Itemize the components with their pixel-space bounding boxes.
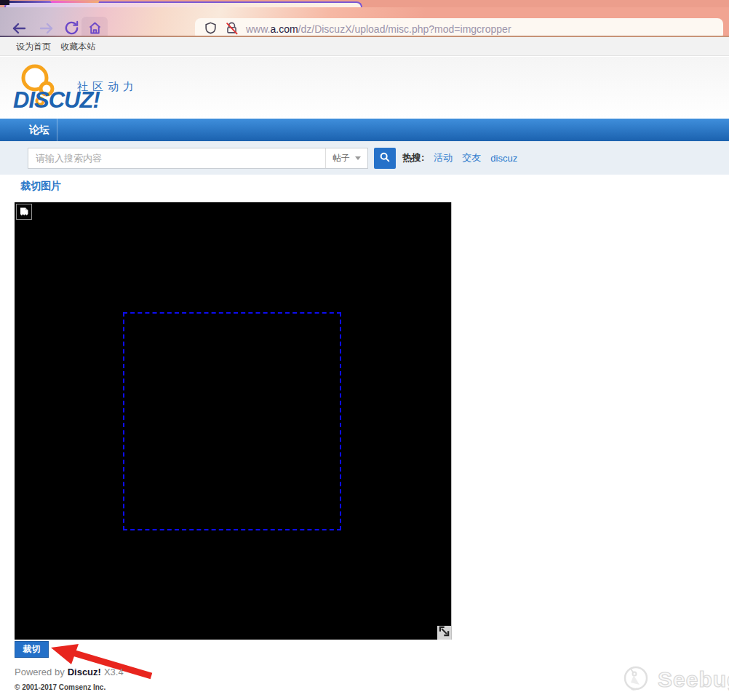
browser-tab-strip <box>0 0 729 7</box>
url-domain: a.com <box>270 23 298 35</box>
quicklinks-bar: 设为首页 收藏本站 <box>0 37 729 56</box>
search-scope-label: 帖子 <box>332 152 350 164</box>
search-button[interactable] <box>374 148 396 169</box>
hot-link-friends[interactable]: 交友 <box>462 151 481 164</box>
search-box: 帖子 <box>28 148 368 169</box>
image-crop-stage <box>15 202 452 640</box>
search-icon <box>379 151 391 165</box>
seebug-wordmark: Seebug <box>658 667 729 692</box>
resize-handle[interactable] <box>437 626 451 640</box>
set-home-link[interactable]: 设为首页 <box>16 41 51 52</box>
hot-link-discuz[interactable]: discuz <box>490 153 517 164</box>
home-icon <box>87 20 103 38</box>
hot-search-label: 热搜: <box>402 151 424 164</box>
browser-window: www.a.com/dz/DiscuzX/upload/misc.php?mod… <box>0 0 729 700</box>
crop-button[interactable]: 裁切 <box>15 641 49 658</box>
seebug-watermark: Seebug <box>620 661 729 699</box>
copyright-line: © 2001-2017 Comsenz Inc. <box>15 683 105 691</box>
tab-border-decor <box>9 1 51 3</box>
hot-search: 热搜: 活动 交友 discuz <box>402 141 517 175</box>
window-corner <box>0 0 9 5</box>
bookmark-site-link[interactable]: 收藏本站 <box>60 41 95 52</box>
page-title: 裁切图片 <box>20 180 61 193</box>
url-text: www.a.com/dz/DiscuzX/upload/misc.php?mod… <box>246 23 511 35</box>
powered-version: X3.4 <box>104 667 124 677</box>
search-input[interactable] <box>28 148 325 168</box>
site-header: 社区动力 DISCUZ! <box>0 57 729 119</box>
main-nav: 论坛 <box>0 119 729 141</box>
search-bar: 帖子 热搜: 活动 交友 discuz <box>0 141 729 175</box>
broken-image-icon <box>16 204 32 220</box>
powered-by-line: Powered byDiscuz!X3.4 <box>15 667 127 677</box>
hot-link-activity[interactable]: 活动 <box>434 151 453 164</box>
powered-brand[interactable]: Discuz! <box>68 667 101 677</box>
powered-prefix: Powered by <box>15 667 65 677</box>
browser-toolbar: www.a.com/dz/DiscuzX/upload/misc.php?mod… <box>0 7 729 36</box>
url-path: /dz/DiscuzX/upload/misc.php?mod=imgcropp… <box>298 23 511 35</box>
chevron-down-icon <box>355 156 361 160</box>
search-scope-dropdown[interactable]: 帖子 <box>325 148 367 168</box>
seebug-logo-icon <box>620 661 652 699</box>
logo-brand: DISCUZ! <box>13 87 100 114</box>
nav-forum-tab[interactable]: 论坛 <box>29 119 49 141</box>
url-prefix: www. <box>246 23 270 35</box>
nav-separator <box>57 119 57 141</box>
crop-selection[interactable] <box>123 312 341 530</box>
discuz-logo[interactable]: 社区动力 DISCUZ! <box>0 57 204 119</box>
tab-accent-stripe <box>51 1 99 3</box>
resize-arrows-icon <box>439 626 450 640</box>
